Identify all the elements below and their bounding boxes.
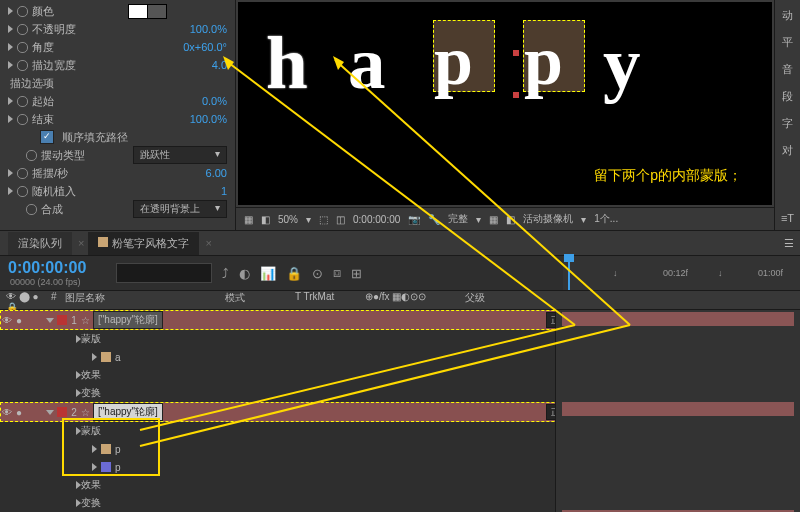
panel-menu-icon[interactable]: ☰	[784, 237, 794, 250]
search-input[interactable]	[116, 263, 212, 283]
stopwatch-icon[interactable]	[26, 150, 37, 161]
tab-composition[interactable]: 粉笔字风格文字	[88, 232, 199, 255]
stopwatch-icon[interactable]	[17, 60, 28, 71]
mask-highlight-box	[62, 418, 160, 476]
annotation-text: 留下两个p的内部蒙版；	[594, 167, 742, 185]
zoom-dropdown[interactable]: 50%	[278, 214, 298, 225]
tool-sidebar: 动 平 音 段 字 对 ≡T	[774, 0, 800, 230]
stopwatch-icon[interactable]	[26, 204, 37, 215]
wave-type-dropdown[interactable]: 跳跃性▾	[133, 146, 227, 164]
grid-icon[interactable]: ▦	[244, 214, 253, 225]
stopwatch-icon[interactable]	[17, 42, 28, 53]
current-time[interactable]: 0:00:00:00	[8, 259, 86, 277]
panel-tabs: 渲染队列 × 粉笔字风格文字 × ☰	[0, 230, 800, 256]
preview-canvas[interactable]: h a p p y 留下两个p的内部蒙版；	[238, 2, 772, 205]
composition-viewer: h a p p y 留下两个p的内部蒙版； ▦ ◧ 50%▾ ⬚◫ 0:00:0…	[236, 0, 774, 230]
time-display[interactable]: 0:00:00:00	[353, 214, 400, 225]
stopwatch-icon[interactable]	[17, 186, 28, 197]
camera-icon[interactable]: 📷	[408, 214, 420, 225]
color-swatch[interactable]	[128, 4, 167, 19]
graph-icon[interactable]: 📊	[260, 266, 276, 281]
stopwatch-icon[interactable]	[17, 114, 28, 125]
comp-mode-dropdown[interactable]: 在透明背景上▾	[133, 200, 227, 218]
stopwatch-icon[interactable]	[17, 24, 28, 35]
viewer-toolbar: ▦ ◧ 50%▾ ⬚◫ 0:00:00:00 📷 🔧 完整▾ ▦◧ 活动摄像机▾…	[236, 207, 774, 230]
shy-icon[interactable]: ⤴	[222, 266, 229, 281]
checkbox-icon[interactable]: ✓	[40, 130, 54, 144]
text-tool-icon[interactable]: ≡T	[781, 212, 794, 224]
stopwatch-icon[interactable]	[17, 96, 28, 107]
camera-dropdown[interactable]: 活动摄像机	[523, 212, 573, 226]
layer-panel: 👁●1☆["happy"轮廓]正常 ▾ ▾⊕ ●/fx ▦⊙无 ▾蒙版a差值 ▾…	[0, 310, 800, 512]
stopwatch-icon[interactable]	[17, 6, 28, 17]
resolution-dropdown[interactable]: 完整	[448, 212, 468, 226]
stopwatch-icon[interactable]	[17, 168, 28, 179]
tab-render-queue[interactable]: 渲染队列	[8, 232, 72, 255]
effect-properties-panel: 颜色 不透明度100.0% 角度0x+60.0° 描边宽度4.0 描边选项 起始…	[0, 0, 236, 230]
time-ruler[interactable]: ↓ 00:12f ↓ 01:00f	[563, 256, 800, 290]
time-indicator[interactable]	[568, 256, 570, 290]
